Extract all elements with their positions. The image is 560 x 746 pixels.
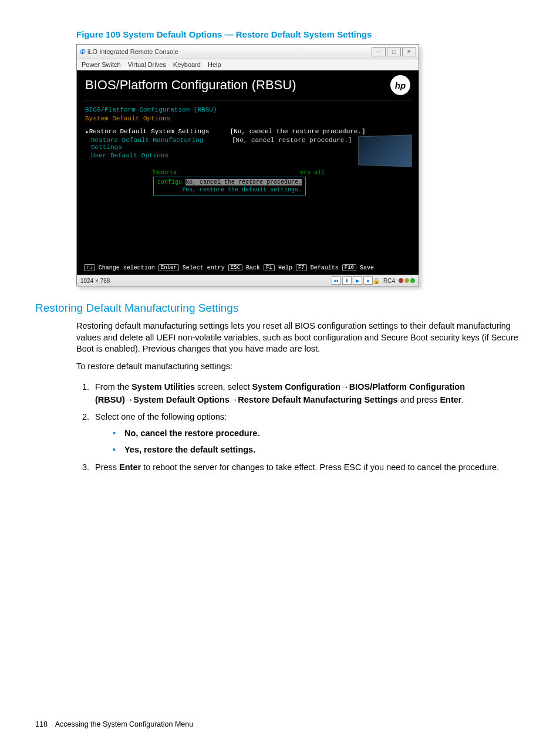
menu-item-value: [No, cancel restore procedure.]: [232, 137, 352, 151]
key-enter-label: Select entry: [183, 265, 225, 271]
key-f7-label: Defaults: [311, 265, 339, 271]
step1-bold-system-config: System Configuration: [252, 382, 341, 391]
key-f1: F1: [264, 264, 275, 271]
step-1: From the System Utilities screen, select…: [92, 381, 525, 407]
step3-bold-enter: Enter: [119, 463, 141, 472]
menu-keyboard[interactable]: Keyboard: [173, 61, 201, 68]
section-heading: Restoring Default Manufacturing Settings: [35, 302, 525, 315]
menu-virtual-drives[interactable]: Virtual Drives: [128, 61, 166, 68]
breadcrumb-level1: BIOS/Platform Configuration (RBSU): [85, 106, 410, 113]
key-enter: Enter: [158, 264, 179, 271]
key-updown-label: Change selection: [99, 265, 155, 271]
key-f10: F10: [342, 264, 356, 271]
step2-text: Select one of the following options:: [95, 412, 227, 421]
status-dot-green: [410, 278, 415, 283]
step1-text: .: [461, 395, 464, 404]
menu-item-label: Restore Default Manufacturing Settings: [91, 137, 232, 151]
step1-bold-default-options: System Default Options: [133, 395, 230, 404]
step1-text: From the: [95, 382, 131, 391]
breadcrumb-level2: System Default Options: [85, 115, 410, 122]
menu-item-label: User Default Options: [91, 152, 232, 159]
status-bar: 1024 × 768 ⏮ ⏸ ▶ ● 🔒 RC4: [77, 275, 419, 286]
popup-label-fragment: configu: [157, 179, 182, 185]
step-3: Press Enter to reboot the server for cha…: [92, 461, 525, 474]
step1-bold-restore: Restore Default Manufacturing Settings: [238, 395, 397, 404]
popup-option[interactable]: Yes, restore the default settings.: [180, 186, 304, 194]
window-maximize-button[interactable]: ▢: [387, 47, 401, 56]
window-menubar: Power Switch Virtual Drives Keyboard Hel…: [77, 59, 419, 70]
arrow-icon: →: [125, 395, 134, 404]
record-button[interactable]: ●: [363, 276, 373, 285]
hp-small-icon: ①: [79, 48, 85, 56]
bios-menu-row-selected[interactable]: Restore Default System Settings [No, can…: [85, 128, 410, 136]
popup-right-fragment: ets all: [300, 170, 325, 176]
status-dot-yellow: [404, 278, 409, 283]
figure-caption: Figure 109 System Default Options — Rest…: [76, 29, 525, 39]
popup-option-selected[interactable]: No, cancel the restore procedure.: [185, 179, 302, 185]
menu-power-switch[interactable]: Power Switch: [82, 61, 121, 68]
playback-controls: ⏮ ⏸ ▶ ●: [332, 276, 373, 285]
step1-bold-enter: Enter: [440, 395, 461, 404]
rewind-button[interactable]: ⏮: [332, 276, 341, 285]
window-minimize-button[interactable]: —: [372, 47, 386, 56]
option-yes: Yes, restore the default settings.: [113, 444, 525, 457]
body-paragraph-2: To restore default manufacturing setting…: [76, 361, 525, 373]
step3-text: to reboot the server for changes to take…: [141, 463, 499, 472]
step1-text: screen, select: [195, 382, 252, 391]
window-titlebar: ① iLO Integrated Remote Console — ▢ ✕: [77, 45, 419, 59]
restore-popup: configu No, cancel the restore procedure…: [153, 177, 306, 195]
bios-footer-keys: ↑↓ Change selection Enter Select entry E…: [84, 264, 411, 271]
status-dot-red: [399, 278, 403, 283]
play-button[interactable]: ▶: [353, 276, 362, 285]
pause-button[interactable]: ⏸: [342, 276, 352, 285]
hp-logo-icon: hp: [390, 75, 410, 95]
bios-header-title: BIOS/Platform Configuration (RBSU): [85, 77, 296, 93]
status-dots: [399, 278, 415, 283]
step3-text: Press: [95, 463, 119, 472]
popup-left-fragment: Importa: [152, 170, 177, 176]
arrow-icon: →: [340, 382, 349, 391]
step-2: Select one of the following options: No,…: [92, 411, 525, 456]
options-list: No, cancel the restore procedure. Yes, r…: [95, 427, 525, 457]
bios-screen: BIOS/Platform Configuration (RBSU) hp BI…: [77, 70, 419, 275]
key-updown-icon: ↑↓: [84, 264, 95, 271]
window-title: iLO Integrated Remote Console: [87, 48, 178, 55]
menu-help[interactable]: Help: [208, 61, 221, 68]
status-rc: RC4: [383, 278, 395, 284]
lock-icon: 🔒: [373, 278, 380, 284]
menu-item-value: [No, cancel the restore procedure.]: [230, 128, 366, 136]
key-f1-label: Help: [278, 265, 292, 271]
body-paragraph-1: Restoring default manufacturing settings…: [76, 320, 525, 355]
step1-text: and press: [398, 395, 440, 404]
steps-list: From the System Utilities screen, select…: [76, 381, 525, 474]
window-close-button[interactable]: ✕: [402, 47, 416, 56]
menu-item-label: Restore Default System Settings: [89, 128, 230, 136]
server-image: [358, 134, 411, 167]
key-esc-label: Back: [246, 265, 260, 271]
key-f7: F7: [296, 264, 307, 271]
status-resolution: 1024 × 768: [80, 278, 110, 284]
key-esc: ESC: [228, 264, 242, 271]
step1-bold-system-utilities: System Utilities: [131, 382, 195, 391]
screenshot-window: ① iLO Integrated Remote Console — ▢ ✕ Po…: [76, 44, 419, 286]
option-no: No, cancel the restore procedure.: [113, 427, 525, 440]
key-f10-label: Save: [360, 265, 374, 271]
arrow-icon: →: [230, 395, 238, 404]
